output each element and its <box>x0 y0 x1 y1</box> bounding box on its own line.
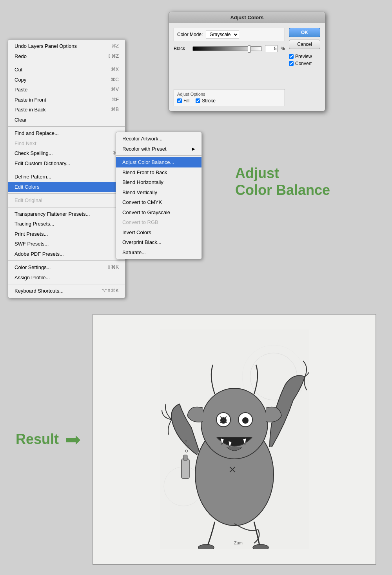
slider-track[interactable] <box>192 46 262 51</box>
menu-shortcut: ⇧⌘Z <box>107 53 119 60</box>
menu-item-redo[interactable]: Redo ⇧⌘Z <box>8 51 125 62</box>
submenu-saturate[interactable]: Saturate... <box>116 247 201 258</box>
menu-item-copy[interactable]: Copy ⌘C <box>8 75 125 85</box>
menu-item-print-presets[interactable]: Print Presets... <box>8 229 125 239</box>
menu-shortcut: ⌘V <box>111 86 119 94</box>
submenu-separator <box>116 155 201 156</box>
slider-value-input[interactable] <box>265 45 278 52</box>
menu-item-label: Find Next <box>15 140 36 147</box>
menu-separator <box>8 126 125 127</box>
menu-item-label: Print Presets... <box>15 230 48 238</box>
slider-thumb[interactable] <box>248 45 251 53</box>
result-section: Result ➡ <box>0 306 392 573</box>
submenu-recolor-preset[interactable]: Recolor with Preset <box>116 144 201 154</box>
menu-item-swf-presets[interactable]: SWF Presets... <box>8 239 125 249</box>
menu-item-find-next: Find Next <box>8 138 125 149</box>
submenu-recolor-artwork[interactable]: Recolor Artwork... <box>116 134 201 144</box>
color-mode-row: Color Mode: Grayscale <box>174 28 285 41</box>
menu-item-label: Find and Replace... <box>15 129 59 137</box>
submenu-blend-vertically[interactable]: Blend Vertically <box>116 187 201 198</box>
convert-checkbox[interactable] <box>289 61 294 66</box>
dialog-spacer <box>174 55 285 86</box>
stroke-checkbox[interactable] <box>196 98 200 103</box>
menu-item-label: Clear <box>15 116 27 124</box>
convert-checkbox-label[interactable]: Convert <box>289 61 320 66</box>
menu-item-undo[interactable]: Undo Layers Panel Options ⌘Z <box>8 41 125 51</box>
menu-item-tracing-presets[interactable]: Tracing Presets... <box>8 219 125 229</box>
color-mode-select[interactable]: Grayscale <box>206 31 239 38</box>
submenu-invert-colors[interactable]: Invert Colors <box>116 227 201 238</box>
color-mode-label: Color Mode: <box>177 32 203 37</box>
menu-item-cut[interactable]: Cut ⌘X <box>8 65 125 75</box>
svg-text:Zum: Zum <box>234 540 243 545</box>
fill-checkbox[interactable] <box>177 98 182 103</box>
submenu-item-label: Adjust Color Balance... <box>122 158 174 166</box>
menu-separator <box>8 63 125 63</box>
menu-item-keyboard-shortcuts[interactable]: Keyboard Shortcuts... ⌥⇧⌘K <box>8 286 125 296</box>
submenu-overprint-black[interactable]: Overprint Black... <box>116 237 201 247</box>
submenu-item-label: Convert to RGB <box>122 218 158 226</box>
submenu-convert-cmyk[interactable]: Convert to CMYK <box>116 197 201 207</box>
menu-separator <box>8 170 125 170</box>
svg-rect-16 <box>181 459 189 479</box>
menu-item-transparency-presets[interactable]: Transparency Flattener Presets... <box>8 209 125 219</box>
submenu-item-label: Recolor with Preset <box>122 145 167 153</box>
menu-separator <box>8 260 125 261</box>
edit-colors-submenu[interactable]: Recolor Artwork... Recolor with Preset A… <box>116 132 202 259</box>
menu-item-assign-profile[interactable]: Assign Profile... <box>8 273 125 283</box>
submenu-adjust-color-balance[interactable]: Adjust Color Balance... <box>116 157 201 167</box>
result-label-area: Result ➡ <box>16 428 81 450</box>
menu-item-label: Paste in Back <box>15 106 46 114</box>
menu-item-pdf-presets[interactable]: Adobe PDF Presets... <box>8 249 125 259</box>
menu-item-label: Copy <box>15 76 26 84</box>
submenu-blend-front-back[interactable]: Blend Front to Back <box>116 167 201 178</box>
submenu-item-label: Recolor Artwork... <box>122 135 163 143</box>
preview-checkbox-label[interactable]: Preview <box>289 54 320 59</box>
menu-item-clear[interactable]: Clear <box>8 115 125 125</box>
menu-item-edit-original: Edit Original <box>8 195 125 206</box>
menu-item-paste-front[interactable]: Paste in Front ⌘F <box>8 95 125 105</box>
menu-shortcut: ⌘F <box>111 96 119 104</box>
svg-point-6 <box>253 544 269 549</box>
dialog-title: Adjust Colors <box>169 12 325 23</box>
menu-item-label: SWF Presets... <box>15 240 49 248</box>
submenu-item-label: Convert to Grayscale <box>122 209 170 217</box>
svg-point-10 <box>220 417 227 424</box>
stroke-label: Stroke <box>202 98 216 104</box>
menu-item-label: Cut <box>15 66 22 74</box>
convert-label: Convert <box>295 61 312 66</box>
menu-item-edit-dictionary[interactable]: Edit Custom Dictionary... <box>8 158 125 169</box>
submenu-item-label: Blend Vertically <box>122 189 157 197</box>
menu-item-check-spelling[interactable]: Check Spelling... ⌘I <box>8 148 125 158</box>
stroke-checkbox-label[interactable]: Stroke <box>196 98 216 104</box>
preview-checkbox[interactable] <box>289 54 294 59</box>
menu-item-label: Define Pattern... <box>15 173 51 181</box>
main-menu[interactable]: Undo Layers Panel Options ⌘Z Redo ⇧⌘Z Cu… <box>8 39 125 298</box>
menu-item-edit-colors[interactable]: Edit Colors <box>8 182 125 192</box>
preview-section: Preview Convert <box>289 54 320 66</box>
menu-item-paste-back[interactable]: Paste in Back ⌘B <box>8 105 125 115</box>
submenu-item-label: Overprint Black... <box>122 238 162 246</box>
fill-checkbox-label[interactable]: Fill <box>177 98 189 104</box>
preview-label: Preview <box>295 54 312 59</box>
result-arrow-icon: ➡ <box>65 428 81 450</box>
menu-item-define-pattern[interactable]: Define Pattern... <box>8 172 125 182</box>
adjust-options-title: Adjust Options <box>177 92 281 96</box>
ok-button[interactable]: OK <box>289 28 320 37</box>
cancel-button[interactable]: Cancel <box>289 40 320 49</box>
menu-item-label: Redo <box>15 53 27 60</box>
fill-label: Fill <box>183 98 189 104</box>
menu-shortcut: ⌘Z <box>111 42 119 50</box>
menu-item-find-replace[interactable]: Find and Replace... <box>8 128 125 138</box>
submenu-item-label: Blend Front to Back <box>122 169 167 177</box>
menu-item-paste[interactable]: Paste ⌘V <box>8 85 125 95</box>
black-slider-row: Black % <box>174 45 285 52</box>
submenu-convert-grayscale[interactable]: Convert to Grayscale <box>116 207 201 218</box>
svg-rect-17 <box>183 455 187 460</box>
submenu-blend-horizontally[interactable]: Blend Horizontally <box>116 177 201 187</box>
submenu-item-label: Invert Colors <box>122 229 151 237</box>
result-image-box: Zum <box>93 314 376 565</box>
menu-item-label: Assign Profile... <box>15 274 50 282</box>
menu-item-color-settings[interactable]: Color Settings... ⇧⌘K <box>8 262 125 273</box>
menu-item-label: Undo Layers Panel Options <box>15 42 77 50</box>
